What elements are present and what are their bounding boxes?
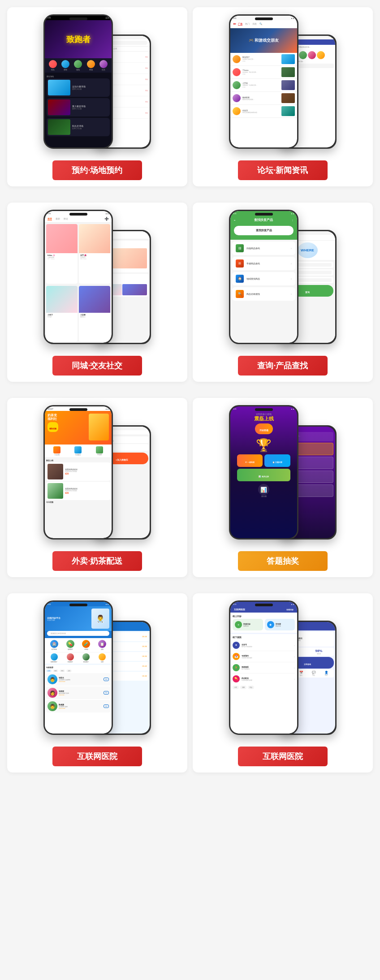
phone-notch (255, 17, 273, 20)
person-card: 小吴青 健身达人 (79, 286, 110, 341)
badge-quiz: 答题抽奖 (198, 546, 367, 571)
nav-tab-yaopin: 药品 (248, 686, 254, 689)
icon-item: 报名 (49, 60, 57, 71)
phones-hospital-2: 8:41 ▲▲ 互联网医院 在线问诊 线上问诊 (198, 600, 367, 735)
phones-booking: 9:41 ▲▲ 报名 (13, 14, 182, 149)
venue-card: 阳光足球场 足球 | 5人场 (47, 118, 110, 136)
phone-notch (255, 213, 273, 216)
phone-social-main: 8:41 ▲▲ 推荐 最新 附近 ➕ (43, 210, 113, 344)
label-hospital-1: 互联网医院 (52, 747, 142, 766)
venue-sub: 足球 | 5人场 (72, 127, 108, 130)
icon-label: 场地 (76, 69, 80, 71)
news-item: 阳光用户 这条银行贷款已经… ICBC (230, 53, 297, 66)
service-takeout: 外卖配送 (74, 446, 82, 456)
avatar (233, 94, 241, 102)
service-icon-item: 全部 (95, 653, 110, 663)
block-delivery: 周五好! ▲▲ 奶茶党福利社 领取优惠 (7, 398, 187, 577)
phones-forum: 9:41 ▲▲ ⬅ 广场 热门 消息 🔍 (198, 14, 367, 149)
tab-search: 🔍 (259, 22, 262, 26)
offline-title: 线下就医 (233, 636, 295, 639)
offline-item-drug: 💊 药品配送 药品快速配送到家 › (233, 673, 295, 684)
avatar (233, 55, 241, 63)
service-icon-item: 别拿来医疗 (47, 653, 62, 663)
tab-new: 热门 (245, 22, 250, 26)
quiz-option-time[interactable]: ⏱ 一战到底 (237, 454, 263, 467)
news-image (281, 106, 295, 116)
service-icon-item: 🧪 口特步 (79, 640, 94, 650)
dept-tag: 儿科 (66, 669, 72, 672)
venue-info: 阳光足球场 足球 | 5人场 (72, 125, 108, 130)
section-booking-forum: 9:41 ▲▲ 报名 (0, 0, 380, 195)
news-content: 阳光用户 这条银行贷款已经… ICBC (242, 56, 280, 62)
icon-item: 社区 (99, 60, 108, 71)
ranking-icon: 📊 (258, 484, 269, 495)
menu-label-2: 手搜商品条码 (246, 262, 288, 265)
tab-newest: 最新 (56, 217, 60, 220)
phone-forum-main: 9:41 ▲▲ ⬅ 广场 热门 消息 🔍 (229, 14, 298, 149)
icon-item: 课程 (61, 60, 69, 71)
quiz-option-record[interactable]: 📊 闯关记录 (237, 469, 290, 481)
phone-product-main: 8:41 ▲▲ ⬅ 查找扶贫产品 ⋮ (229, 210, 298, 344)
product-item: 流星奶茶波波冰 享受奶茶快乐的感受 ¥26 (46, 482, 110, 500)
doctor-item: 👨 陈威廉 主治医师 | 全科 ★★★★★ 问诊 (46, 700, 110, 712)
screen-quiz-main: 3:41 ▲▲ 达到目标小游戏 震磊上线 开始答题 (230, 406, 297, 538)
menu-label-3: 地域查找商品 (246, 277, 288, 280)
phone-notch (69, 604, 87, 606)
icon-circle (61, 60, 69, 68)
consult-button[interactable]: 问诊 (104, 691, 109, 695)
tab-recommend: 推荐 (48, 217, 52, 220)
hospital2-subtitle: 在线问诊 (286, 609, 294, 611)
person-card: 光宇 🌺 活泼善良 ¥18 / 8min (79, 224, 110, 284)
badge-product: 查询·产品查找 (198, 350, 367, 376)
section-delivery-quiz: 周五好! ▲▲ 奶茶党福利社 领取优惠 (0, 391, 380, 586)
consult-button[interactable]: 问诊 (104, 704, 109, 708)
venue-sub: 篮球 | 5人场 (72, 108, 108, 110)
phone-quiz-main: 3:41 ▲▲ 达到目标小游戏 震磊上线 开始答题 (229, 405, 298, 540)
tab-inactive: 足球 (113, 47, 117, 50)
news-item: 随便看看 最新资讯内容更新... (230, 92, 297, 105)
label-social: 同城·交友社交 (52, 356, 142, 376)
phones-product: 8:41 ▲▲ ⬅ 查找扶贫产品 ⋮ (198, 210, 367, 344)
screen-product-main: 8:41 ▲▲ ⬅ 查找扶贫产品 ⋮ (230, 211, 297, 343)
block-hospital-2: 8:41 ▲▲ 互联网医院 在线问诊 线上问诊 (193, 593, 373, 773)
online-consult-title: 线上问诊 (233, 615, 295, 617)
news-sub: 消费的的一位老板全面… (242, 84, 280, 86)
news-image (281, 93, 295, 103)
venue-card: 运动力量球场 篮球 | 4人场 (47, 78, 110, 97)
service-icon-item: 💊 远程医疗 (63, 640, 78, 650)
menu-label-1: 扫描商品条码 (246, 247, 288, 250)
quiz-start-button[interactable]: 开始答题 (255, 423, 273, 434)
news-item: 信息员 加关注收藏更多精彩内容 (230, 105, 297, 118)
screen-hospital2-main: 8:41 ▲▲ 互联网医院 在线问诊 线上问诊 (230, 602, 297, 734)
dept-tag: 内科 (53, 669, 58, 672)
avatar (233, 81, 241, 89)
consult-button[interactable]: 问诊 (104, 678, 109, 681)
offline-item-registration: ✦ 去挂号 预约挂号快速就诊 › (233, 640, 295, 651)
offline-item-appointment: 📅 专家预约 专家预约看诊服务 › (233, 651, 295, 662)
icon-circle (87, 60, 95, 68)
tab-hot: 广场 (238, 22, 242, 26)
nav-tab-zhongyao: 中药 (233, 686, 239, 689)
quiz-option-topic[interactable]: 📋 主题问答 (264, 454, 290, 467)
product-menu-item: ▤ 扫描商品条码 › (232, 242, 295, 255)
label-delivery: 外卖·奶茶配送 (52, 551, 142, 571)
venue-info: 重力量篮球场 篮球 | 5人场 (72, 105, 108, 110)
venue-image (48, 119, 70, 135)
hospital-sub: 专业医疗服务 (47, 619, 90, 621)
product-menu-item: ⊞ 手搜商品条码 › (232, 257, 295, 270)
hospital-search: 搜索医生/科室/疾病 (47, 631, 109, 636)
news-content: 小宇宙 消费的的一位老板全面… ICBC (242, 82, 280, 88)
phone-notch (69, 213, 87, 216)
news-image (281, 54, 295, 64)
screen-forum-main: 9:41 ▲▲ ⬅ 广场 热门 消息 🔍 (230, 16, 297, 147)
service-icon-item: 科技医疗 (63, 653, 78, 663)
ranking-label: 排行榜 (261, 495, 267, 497)
icon-item: 商城 (87, 60, 95, 71)
phone-notch (255, 408, 273, 411)
delivery-banner-title: 奶茶党福利社 (48, 414, 89, 421)
label-product: 查询·产品查找 (238, 356, 328, 376)
search-product-box: 查找扶贫产品 (234, 226, 294, 235)
tab-nearby: 消息 (252, 22, 257, 26)
product-menu-item: 🏠 地域查找商品 › (232, 272, 295, 285)
phone-booking-main: 9:41 ▲▲ 报名 (43, 14, 113, 149)
